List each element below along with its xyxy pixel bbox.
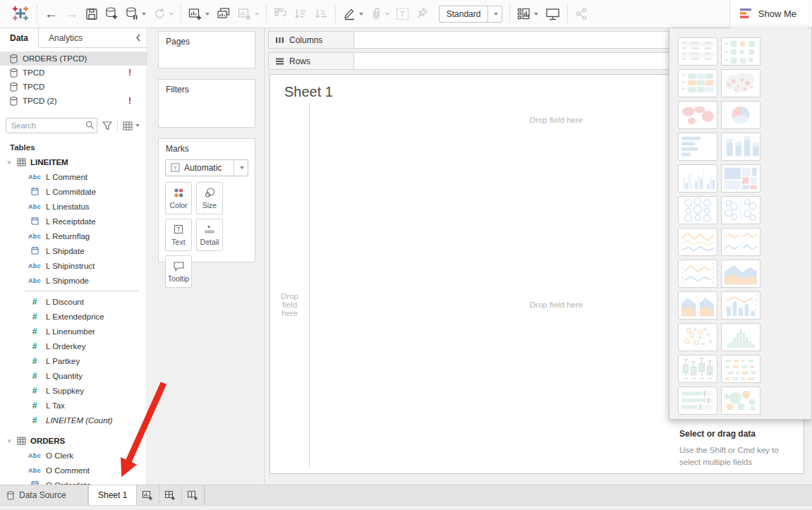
clear-sheet-icon[interactable] xyxy=(238,7,259,20)
new-dashboard-tab-icon[interactable] xyxy=(159,485,182,505)
showme-side-by-side-bars[interactable] xyxy=(678,164,717,193)
highlight-icon[interactable] xyxy=(343,7,363,20)
detail-button[interactable]: Detail xyxy=(196,219,223,251)
showme-bullet-graph[interactable] xyxy=(678,387,717,415)
mark-type-caret[interactable] xyxy=(234,160,248,176)
swap-rows-columns-icon[interactable] xyxy=(274,7,287,20)
field-item[interactable]: #LINEITEM (Count) xyxy=(0,413,147,427)
chevron-expanded-icon[interactable]: > xyxy=(6,437,13,444)
field-item[interactable]: L Receiptdate xyxy=(0,214,147,229)
field-item[interactable]: AbcO Comment xyxy=(0,463,147,478)
field-item[interactable]: #L Partkey xyxy=(0,353,147,368)
field-item[interactable]: AbcL Shipmode xyxy=(0,273,147,288)
showme-horizontal-bars[interactable] xyxy=(678,133,717,161)
size-button[interactable]: Size xyxy=(196,182,223,214)
text-field-icon: Abc xyxy=(27,174,42,181)
field-item[interactable]: L Commitdate xyxy=(0,184,147,199)
showme-gantt[interactable] xyxy=(721,355,761,383)
field-item[interactable]: #L Quantity xyxy=(0,368,147,383)
show-hide-cards-icon[interactable] xyxy=(517,7,538,20)
showme-continuous-area[interactable] xyxy=(721,260,761,288)
tooltip-button[interactable]: Tooltip xyxy=(165,255,192,288)
view-options-icon[interactable] xyxy=(121,120,141,132)
table-header[interactable]: >ORDERS xyxy=(0,433,147,448)
showme-pie-chart[interactable] xyxy=(721,101,761,129)
field-item[interactable]: AbcL Shipinstruct xyxy=(0,258,147,273)
drop-zone-rows[interactable]: Drop field here xyxy=(270,137,309,473)
tab-data[interactable]: Data xyxy=(0,28,39,48)
field-item[interactable]: O Orderdate xyxy=(0,478,147,485)
sort-ascending-icon[interactable] xyxy=(294,7,308,20)
pause-auto-updates-icon[interactable] xyxy=(126,7,146,20)
filters-shelf[interactable]: Filters xyxy=(158,79,255,128)
tableau-logo-icon xyxy=(11,4,30,24)
showme-filled-map[interactable] xyxy=(678,101,717,129)
field-item[interactable]: AbcL Comment xyxy=(0,169,147,184)
fit-selector[interactable]: Standard xyxy=(439,6,503,23)
showme-dual-combination[interactable] xyxy=(721,291,761,320)
showme-stacked-bars[interactable] xyxy=(721,133,761,161)
pages-shelf[interactable]: Pages xyxy=(158,31,255,68)
field-item[interactable]: #L Tax xyxy=(0,398,147,413)
fit-selector-caret[interactable] xyxy=(487,6,502,22)
field-item[interactable]: #L Discount xyxy=(0,294,147,309)
field-item[interactable]: #L Linenumber xyxy=(0,324,147,339)
share-icon[interactable] xyxy=(575,7,588,20)
field-item[interactable]: AbcL Returnflag xyxy=(0,229,147,243)
sheet-1-tab[interactable]: Sheet 1 xyxy=(88,485,137,505)
data-source-tab[interactable]: Data Source xyxy=(0,485,87,505)
redo-icon[interactable]: → xyxy=(65,7,78,20)
showme-highlight-table[interactable] xyxy=(678,69,717,97)
collapse-pane-icon[interactable] xyxy=(130,28,147,47)
showme-dual-lines[interactable] xyxy=(678,260,717,288)
new-worksheet-tab-icon[interactable] xyxy=(137,485,159,505)
field-item[interactable]: AbcO Clerk xyxy=(0,448,147,463)
datasource-item[interactable]: ORDERS (TPCD) xyxy=(0,51,147,66)
filter-fields-icon[interactable] xyxy=(101,120,114,132)
save-icon[interactable] xyxy=(85,8,98,20)
field-item[interactable]: #L Orderkey xyxy=(0,339,147,353)
showme-packed-bubbles[interactable] xyxy=(721,387,761,415)
field-item[interactable]: L Shipdate xyxy=(0,243,147,258)
field-item[interactable]: AbcL Linestatus xyxy=(0,199,147,214)
duplicate-icon[interactable] xyxy=(217,7,231,20)
show-me-button[interactable]: Show Me xyxy=(729,0,808,28)
tab-analytics[interactable]: Analytics xyxy=(39,28,92,47)
sort-descending-icon[interactable] xyxy=(315,7,328,20)
color-button[interactable]: Color xyxy=(165,182,192,214)
field-item[interactable]: #L Suppkey xyxy=(0,383,147,398)
showme-discrete-lines[interactable] xyxy=(721,228,761,256)
showme-symbol-map[interactable] xyxy=(721,69,761,97)
field-item[interactable]: #L Extendedprice xyxy=(0,309,147,324)
search-icon xyxy=(85,121,95,131)
showme-side-by-side-circles[interactable] xyxy=(721,196,761,224)
showme-text-table[interactable] xyxy=(678,37,717,66)
presentation-mode-icon[interactable] xyxy=(545,7,560,20)
new-worksheet-icon[interactable] xyxy=(188,7,210,20)
group-members-icon[interactable] xyxy=(370,7,389,20)
showme-treemap[interactable] xyxy=(721,164,761,193)
new-data-source-icon[interactable] xyxy=(105,7,119,20)
datasource-item[interactable]: TPCD! xyxy=(0,66,147,80)
chevron-expanded-icon[interactable]: > xyxy=(6,159,13,166)
datasource-item[interactable]: TPCD (2)! xyxy=(0,94,147,108)
showme-heatmap[interactable] xyxy=(721,37,761,66)
showme-box-and-whisker[interactable] xyxy=(678,355,717,383)
showme-circle-views[interactable] xyxy=(678,196,717,224)
undo-icon[interactable]: ← xyxy=(44,7,58,20)
new-story-tab-icon[interactable] xyxy=(182,485,205,505)
showme-continuous-lines[interactable] xyxy=(678,228,717,256)
marks-buttons: Color Size T Text Detail Tooltip xyxy=(159,176,255,293)
fix-axes-icon[interactable] xyxy=(416,7,429,20)
text-button[interactable]: T Text xyxy=(165,219,192,251)
run-auto-updates-icon[interactable] xyxy=(153,7,174,20)
showme-scatter-plot[interactable] xyxy=(678,323,717,351)
detail-icon xyxy=(204,224,215,235)
table-header[interactable]: >LINEITEM xyxy=(0,154,147,169)
show-mark-labels-icon[interactable]: T xyxy=(396,8,408,20)
search-input[interactable] xyxy=(6,118,97,133)
showme-histogram[interactable] xyxy=(721,323,761,351)
datasource-item[interactable]: TPCD xyxy=(0,80,147,94)
mark-type-dropdown[interactable]: T Automatic xyxy=(165,159,248,176)
showme-discrete-area[interactable] xyxy=(678,291,717,320)
